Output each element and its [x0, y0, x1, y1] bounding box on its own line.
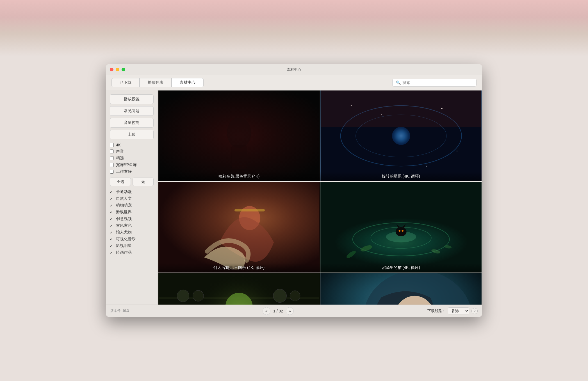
grid-item-0-thumbnail: [158, 90, 320, 181]
svg-rect-16: [234, 209, 265, 212]
tab-playlist[interactable]: 播放列表: [140, 78, 172, 87]
svg-point-26: [402, 230, 403, 232]
svg-point-11: [345, 157, 345, 157]
category-cute-pets: ✓ 萌物萌宠: [110, 203, 154, 208]
maximize-button[interactable]: [122, 68, 125, 71]
category-beautiful: ✓ 怡人尤物: [110, 230, 154, 235]
page-info: 1 / 92: [273, 309, 283, 313]
select-all-button[interactable]: 全选: [110, 178, 131, 186]
filter-actions: 全选 无: [110, 178, 154, 186]
tab-downloaded[interactable]: 已下载: [111, 78, 140, 87]
grid-item-2-label: 何太后鸩足,三国杀 (4K, 循环): [158, 263, 320, 273]
search-input[interactable]: [402, 80, 473, 85]
grid-item-5[interactable]: 蝴蝶和公主 (4K, 循环): [320, 273, 482, 305]
category-game-world: ✓ 游戏世界: [110, 210, 154, 215]
category-celebrities: ✓ 影视明星: [110, 243, 154, 248]
window-controls: [110, 68, 125, 71]
download-label: 下载线路：: [427, 309, 446, 314]
minimize-button[interactable]: [116, 68, 119, 71]
category-creative: ✓ 创意视频: [110, 216, 154, 221]
volume-control-button[interactable]: 音量控制: [110, 118, 154, 128]
filter-sound[interactable]: 声音: [110, 149, 154, 154]
svg-point-25: [398, 230, 400, 232]
select-none-button[interactable]: 无: [133, 178, 154, 186]
svg-rect-2: [231, 145, 247, 169]
sidebar: 播放设置 常见问题 音量控制 上传 4K 声音 精选: [106, 90, 158, 305]
grid-item-0-label: 哈莉奎茵,黑色背景 (4K): [158, 172, 320, 181]
prev-page-button[interactable]: «: [263, 307, 270, 315]
filter-work-friendly[interactable]: 工作友好: [110, 169, 154, 174]
svg-rect-13: [321, 90, 481, 127]
download-region-select[interactable]: 香港 北京 上海 广州: [448, 307, 469, 314]
next-page-button[interactable]: »: [286, 307, 294, 315]
faq-button[interactable]: 常见问题: [110, 106, 154, 116]
svg-point-12: [426, 166, 427, 167]
grid-item-5-thumbnail: [320, 273, 482, 305]
svg-point-36: [177, 290, 189, 302]
grid-item-3[interactable]: 沼泽里的猫 (4K, 循环): [320, 182, 482, 273]
grid-item-3-label: 沼泽里的猫 (4K, 循环): [320, 263, 482, 273]
filter-section: 4K 声音 精选 宽屏/带鱼屏 工作友好: [110, 143, 154, 174]
current-page: 1: [273, 309, 275, 313]
content-area: 哈莉奎茵,黑色背景 (4K): [158, 90, 482, 305]
tabbar: 已下载 播放列表 素材中心 🔍: [106, 75, 482, 90]
pagination: « 1 / 92 »: [263, 307, 294, 315]
svg-point-1: [227, 118, 251, 148]
search-bar[interactable]: 🔍: [392, 79, 477, 87]
grid-item-3-thumbnail: [320, 182, 482, 273]
grid-item-4-thumbnail: [158, 273, 320, 305]
grid-item-2-thumbnail: [158, 182, 320, 273]
playback-settings-button[interactable]: 播放设置: [110, 94, 154, 104]
download-section: 下载线路： 香港 北京 上海 广州 ?: [427, 307, 478, 314]
tab-group: 已下载 播放列表 素材中心: [111, 78, 204, 87]
titlebar: 素材中心: [106, 64, 482, 75]
grid-item-2[interactable]: 何太后鸩足,三国杀 (4K, 循环): [158, 182, 320, 273]
grid-item-0[interactable]: 哈莉奎茵,黑色背景 (4K): [158, 90, 320, 181]
svg-point-10: [456, 151, 457, 151]
filter-4k[interactable]: 4K: [110, 143, 154, 147]
filter-featured[interactable]: 精选: [110, 156, 154, 161]
total-pages: 92: [279, 309, 283, 313]
category-section: ✓ 卡通动漫 ✓ 自然人文 ✓ 萌物萌宠 ✓ 游戏世界 ✓ 创意视频: [110, 189, 154, 255]
version-label: 版本号: 19.3: [110, 309, 129, 313]
grid-item-1-thumbnail: [320, 90, 482, 181]
category-visual-music: ✓ 可视化音乐: [110, 237, 154, 242]
grid-item-4[interactable]: 健身的浩克 (4K, 循环): [158, 273, 320, 305]
upload-button[interactable]: 上传: [110, 130, 154, 139]
svg-point-6: [392, 127, 410, 145]
category-nature: ✓ 自然人文: [110, 196, 154, 201]
grid-item-1[interactable]: 旋转的星系 (4K, 循环): [320, 90, 482, 181]
category-ancient: ✓ 古风古色: [110, 223, 154, 228]
main-content: 播放设置 常见问题 音量控制 上传 4K 声音 精选: [106, 90, 482, 305]
search-icon: 🔍: [396, 80, 401, 85]
help-button[interactable]: ?: [471, 308, 478, 314]
window-title: 素材中心: [287, 67, 301, 72]
footer: 版本号: 19.3 « 1 / 92 » 下载线路： 香港 北京 上海 广州 ?: [106, 305, 482, 317]
category-paintings: ✓ 绘画作品: [110, 250, 154, 255]
category-cartoon: ✓ 卡通动漫: [110, 189, 154, 194]
svg-point-39: [290, 291, 300, 301]
close-button[interactable]: [110, 68, 113, 71]
svg-point-22: [395, 227, 406, 236]
filter-widescreen[interactable]: 宽屏/带鱼屏: [110, 162, 154, 167]
media-grid: 哈莉奎茵,黑色背景 (4K): [158, 90, 482, 305]
grid-item-1-label: 旋转的星系 (4K, 循环): [320, 172, 482, 181]
main-window: 素材中心 已下载 播放列表 素材中心 🔍 播放设置 常见问题 音量控制 上传 4…: [106, 64, 482, 317]
tab-media-center[interactable]: 素材中心: [172, 78, 204, 87]
